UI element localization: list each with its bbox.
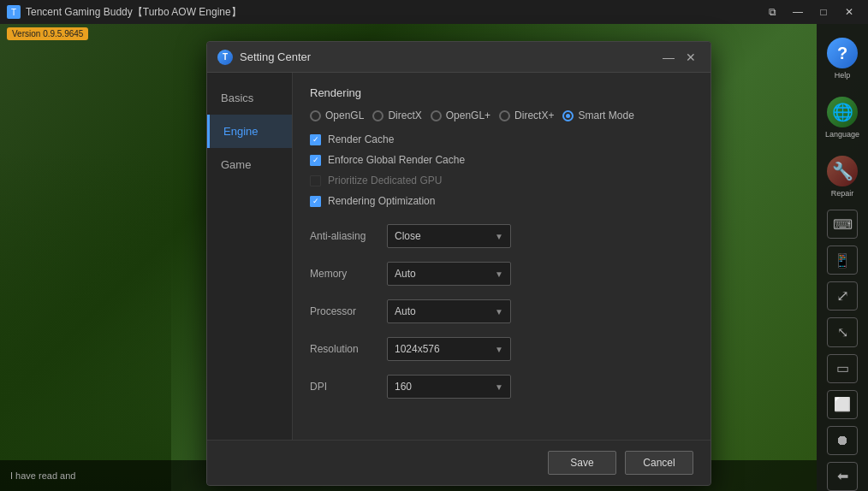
memory-label: Memory [310, 268, 387, 280]
titlebar-minimize-button[interactable]: — [786, 3, 810, 21]
sidebar-repair-button[interactable]: 🔧 Repair [820, 151, 865, 203]
save-button[interactable]: Save [548, 451, 616, 475]
radio-directxplus[interactable]: DirectX+ [499, 109, 554, 121]
sidebar-record-button[interactable]: ⏺ [827, 426, 858, 455]
app-title: Tencent Gaming Buddy【Turbo AOW Engine】 [26, 5, 241, 20]
nav-game[interactable]: Game [207, 148, 292, 181]
radio-smartmode-label: Smart Mode [578, 109, 633, 121]
radio-opengl[interactable]: OpenGL [310, 109, 364, 121]
dpi-value: 160 [395, 381, 412, 393]
dpi-select[interactable]: 160 ▼ [387, 375, 511, 399]
checkbox-prioritize-gpu[interactable]: Prioritize Dedicated GPU [310, 175, 693, 186]
dialog-content: Rendering OpenGL DirectX OpenGL+ [293, 73, 710, 440]
checkbox-opt-label: Rendering Optimization [328, 195, 435, 207]
language-icon: 🌐 [827, 97, 858, 127]
radio-openglplus-label: OpenGL+ [446, 109, 490, 121]
radio-opengl-circle [310, 110, 321, 121]
help-icon: ? [827, 38, 858, 68]
radio-directxplus-circle [499, 110, 510, 121]
antialiasing-label: Anti-aliasing [310, 230, 387, 242]
modal-overlay: T Setting Center — ✕ Basics Engine Game … [0, 24, 817, 491]
repair-icon: 🔧 [827, 156, 858, 186]
sidebar-phone-button[interactable]: 📱 [827, 246, 858, 275]
sidebar-help-button[interactable]: ? Help [820, 33, 865, 85]
language-label: Language [825, 130, 859, 139]
dialog-minimize-button[interactable]: — [659, 48, 678, 67]
nav-basics[interactable]: Basics [207, 81, 292, 115]
form-row-memory: Memory Auto ▼ [310, 262, 693, 286]
processor-label: Processor [310, 305, 387, 317]
processor-select[interactable]: Auto ▼ [387, 299, 511, 323]
titlebar-maximize-button[interactable]: □ [812, 3, 835, 21]
repair-label: Repair [831, 189, 854, 198]
titlebar-restore-button[interactable]: ⧉ [760, 3, 784, 21]
dpi-label: DPI [310, 381, 387, 393]
cancel-button[interactable]: Cancel [625, 451, 693, 475]
radio-opengl-label: OpenGL [325, 109, 364, 121]
checkbox-render-cache-label: Render Cache [328, 133, 394, 145]
titlebar-controls: ⧉ — □ ✕ [760, 3, 861, 21]
radio-directx[interactable]: DirectX [372, 109, 421, 121]
form-row-antialiasing: Anti-aliasing Close ▼ [310, 224, 693, 248]
dialog-title: Setting Center [240, 50, 311, 63]
dialog-close-button[interactable]: ✕ [681, 48, 700, 67]
resolution-select[interactable]: 1024x576 ▼ [387, 337, 511, 361]
checkbox-gpu-box [310, 175, 321, 186]
checkbox-gpu-label: Prioritize Dedicated GPU [328, 175, 442, 186]
sidebar-keyboard-button[interactable]: ⌨ [827, 210, 858, 239]
form-row-processor: Processor Auto ▼ [310, 299, 693, 323]
dialog-title-area: T Setting Center [217, 50, 311, 65]
sidebar-language-button[interactable]: 🌐 Language [820, 92, 865, 144]
checkbox-rendering-optimization[interactable]: Rendering Optimization [310, 195, 693, 207]
processor-value: Auto [395, 305, 416, 317]
titlebar-left: T Tencent Gaming Buddy【Turbo AOW Engine】 [7, 5, 241, 20]
dialog-nav: Basics Engine Game [207, 73, 293, 440]
form-row-dpi: DPI 160 ▼ [310, 375, 693, 399]
app-icon: T [7, 5, 21, 19]
dialog-logo-icon: T [217, 50, 233, 65]
rendering-section-title: Rendering [310, 86, 693, 99]
radio-openglplus[interactable]: OpenGL+ [431, 109, 490, 121]
sidebar-resize-button[interactable]: ⤡ [827, 317, 858, 346]
dialog-titlebar: T Setting Center — ✕ [207, 42, 710, 73]
sidebar-rotate-button[interactable]: ⤢ [827, 281, 858, 311]
resolution-value: 1024x576 [395, 343, 440, 355]
processor-arrow-icon: ▼ [495, 307, 503, 316]
radio-directx-circle [372, 110, 383, 121]
checkbox-render-cache[interactable]: Render Cache [310, 133, 693, 145]
dialog-body: Basics Engine Game Rendering OpenGL Dire… [207, 73, 710, 440]
memory-value: Auto [395, 268, 416, 280]
right-sidebar: ? Help 🌐 Language 🔧 Repair ⌨ 📱 ⤢ ⤡ ▭ ⬜ ⏺… [817, 24, 868, 491]
sidebar-aspect-button[interactable]: ⬜ [827, 390, 858, 419]
resolution-arrow-icon: ▼ [495, 345, 503, 354]
checkbox-render-cache-box [310, 134, 321, 145]
titlebar-close-button[interactable]: ✕ [837, 3, 861, 21]
dialog-controls: — ✕ [659, 48, 700, 67]
sidebar-exit-button[interactable]: ⬅ [827, 462, 858, 491]
app-titlebar: T Tencent Gaming Buddy【Turbo AOW Engine】… [0, 0, 868, 24]
radio-smartmode-circle [562, 110, 574, 121]
memory-select[interactable]: Auto ▼ [387, 262, 511, 286]
antialiasing-arrow-icon: ▼ [495, 232, 503, 241]
nav-engine[interactable]: Engine [207, 115, 292, 148]
dialog-footer: Save Cancel [207, 440, 710, 485]
form-row-resolution: Resolution 1024x576 ▼ [310, 337, 693, 361]
checkbox-opt-box [310, 196, 321, 207]
checkbox-enforce-cache-label: Enforce Global Render Cache [328, 154, 465, 166]
antialiasing-value: Close [395, 230, 421, 242]
radio-directxplus-label: DirectX+ [514, 109, 554, 121]
render-mode-group: OpenGL DirectX OpenGL+ DirectX+ [310, 109, 693, 121]
sidebar-screen-button[interactable]: ▭ [827, 354, 858, 383]
memory-arrow-icon: ▼ [495, 269, 503, 279]
radio-directx-label: DirectX [388, 109, 421, 121]
setting-center-dialog: T Setting Center — ✕ Basics Engine Game … [206, 41, 711, 486]
checkbox-enforce-cache-box [310, 155, 321, 166]
radio-openglplus-circle [431, 110, 442, 121]
antialiasing-select[interactable]: Close ▼ [387, 224, 511, 248]
radio-smartmode[interactable]: Smart Mode [562, 109, 633, 121]
rendering-checkboxes: Render Cache Enforce Global Render Cache… [310, 133, 693, 207]
dpi-arrow-icon: ▼ [495, 382, 503, 392]
resolution-label: Resolution [310, 343, 387, 355]
help-label: Help [835, 71, 851, 80]
checkbox-enforce-global-render-cache[interactable]: Enforce Global Render Cache [310, 154, 693, 166]
